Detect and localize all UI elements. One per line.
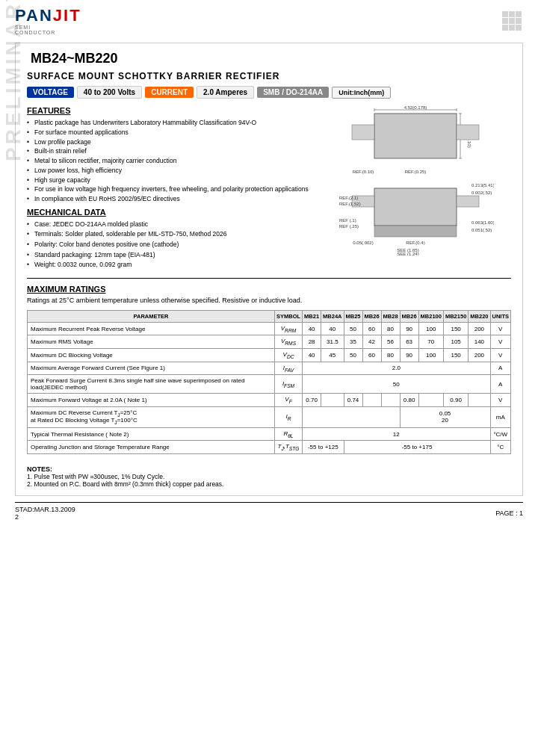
value-cell [381,394,400,407]
svg-text:4.52(0.178): 4.52(0.178) [404,106,427,110]
unit-cell: A [490,375,511,394]
col-mb24a: MB24A [321,310,344,322]
feature-4: Built-in strain relief [27,146,313,156]
col-mb26: MB26 [362,310,381,322]
svg-rect-18 [352,125,374,140]
table-header-row: PARAMETER SYMBOL MB21 MB24A MB25 MB26 MB… [28,310,511,322]
table-row: Peak Forward Surge Current 8.3ms single … [28,375,511,394]
note-1: 1. Pulse Test with PW =300usec, 1% Duty … [27,473,511,480]
svg-rect-7 [509,25,515,31]
symbol-cell: VRRM [274,322,302,335]
features-title: FEATURES [27,106,313,115]
value-cell: 35 [344,335,362,349]
voltage-value-badge: 40 to 200 Volts [77,86,142,99]
feature-3: Low profile package [27,137,313,147]
value-cell: 0.90 [443,394,468,407]
svg-text:SEE (1.24): SEE (1.24) [398,252,419,255]
svg-rect-6 [502,25,508,31]
unit-cell: mA [490,406,511,427]
svg-text:REF.(0.10): REF.(0.10) [353,170,374,174]
svg-rect-19 [457,125,479,140]
logo-pan: PAN [15,6,53,25]
current-label-badge: CURRENT [145,87,194,98]
value-cell: 60 [362,322,381,335]
value-cell: 42 [362,335,381,349]
footer: STAD:MAR.13.2009 2 PAGE : 1 [15,502,523,521]
right-column: 4.52(0.178) 2.62(0.10) REF.(0.10) REF.(0… [321,106,511,270]
svg-text:REF (.25): REF (.25) [339,224,359,229]
symbol-cell: IFSM [274,375,302,394]
col-mb21: MB21 [303,310,321,322]
svg-text:0.002(.52): 0.002(.52) [471,190,492,195]
table-row: Typical Thermal Resistance ( Note 2) RθL… [28,427,511,441]
value-cell: -55 to +125 [303,441,344,454]
header-icon [501,10,523,34]
col-mb25: MB25 [344,310,362,322]
ratings-section: MAXIMUM RATINGS Ratings at 25°C ambient … [27,285,511,454]
feature-1: Plastic package has Underwriters Laborat… [27,118,313,128]
value-cell: 31.5 [321,335,344,349]
table-row: Operating Junction and Storage Temperatu… [28,441,511,454]
main-content: MB24~MB220 SURFACE MOUNT SCHOTTKY BARRIE… [15,43,523,496]
ratings-table: PARAMETER SYMBOL MB21 MB24A MB25 MB26 MB… [27,310,511,454]
value-cell: 50 [344,348,362,362]
value-cell: 140 [469,335,490,349]
mech-1: Case: JEDEC DO-214AA molded plastic [27,220,313,230]
feature-7: High surge capacity [27,176,313,185]
unit-cell: °C [490,441,511,454]
unit-label-badge: Unit:Inch(mm) [332,87,391,99]
value-cell: 40 [303,322,321,335]
value-cell: 200 [469,348,490,362]
svg-rect-22 [374,188,457,226]
logo-subtitle: SEMICONDUCTOR [15,25,55,35]
svg-text:REF (.1): REF (.1) [339,218,356,223]
value-cell: 40 [303,348,321,362]
feature-5: Metal to silicon rectifier, majority car… [27,156,313,166]
ratings-note: Ratings at 25°C ambient temperature unle… [27,297,511,304]
col-mb220: MB220 [469,310,490,322]
mechanical-section: MECHANICAL DATA Case: JEDEC DO-214AA mol… [27,208,313,270]
svg-rect-5 [516,18,522,24]
value-cell: 45 [321,348,344,362]
table-row: Maximum DC Reverse Current TJ=25°Cat Rat… [28,406,511,427]
symbol-cell: VRMS [274,335,302,349]
ratings-title: MAXIMUM RATINGS [27,285,511,294]
symbol-cell: TJ,TSTG [274,441,302,454]
svg-rect-0 [502,11,508,17]
param-cell: Typical Thermal Resistance ( Note 2) [28,427,275,441]
notes-title: NOTES: [27,465,511,473]
svg-text:0.05(.002): 0.05(.002) [353,241,374,245]
svg-rect-25 [457,196,479,207]
value-cell: 0.70 [303,394,321,407]
value-cell: 90 [400,322,418,335]
divider-1 [27,278,511,279]
value-cell [418,394,443,407]
voltage-label-badge: VOLTAGE [27,87,74,98]
col-mb2100: MB2100 [418,310,443,322]
unit-cell: V [490,394,511,407]
col-mb28: MB28 [381,310,400,322]
table-row: Maximum Average Forward Current (See Fig… [28,362,511,375]
feature-6: Low power loss, high efficiency [27,166,313,176]
unit-cell: V [490,348,511,362]
logo: PANJIT [15,7,81,24]
symbol-cell: VF [274,394,302,407]
col-mb220b: MB26 [400,310,418,322]
mech-3: Polarity: Color band denotes positive on… [27,240,313,250]
svg-text:REF.(2.1): REF.(2.1) [339,196,358,200]
value-cell-span: 0.0520 [400,406,490,427]
svg-rect-9 [374,114,457,158]
symbol-cell: RθL [274,427,302,441]
value-cell [321,394,344,407]
svg-rect-2 [516,11,522,17]
param-cell: Maximum Forward Voltage at 2.0A ( Note 1… [28,394,275,407]
value-cell: 28 [303,335,321,349]
table-row: Maximum DC Blocking Voltage VDC 40 45 50… [28,348,511,362]
svg-text:REF.(1.52): REF.(1.52) [339,202,361,206]
features-section: FEATURES Plastic package has Underwriter… [27,106,511,270]
value-cell: 150 [443,348,468,362]
value-cell: 70 [418,335,443,349]
param-cell: Maximum DC Blocking Voltage [28,348,275,362]
value-cell: 100 [418,322,443,335]
table-row: Maximum Recurrent Peak Reverse Voltage V… [28,322,511,335]
